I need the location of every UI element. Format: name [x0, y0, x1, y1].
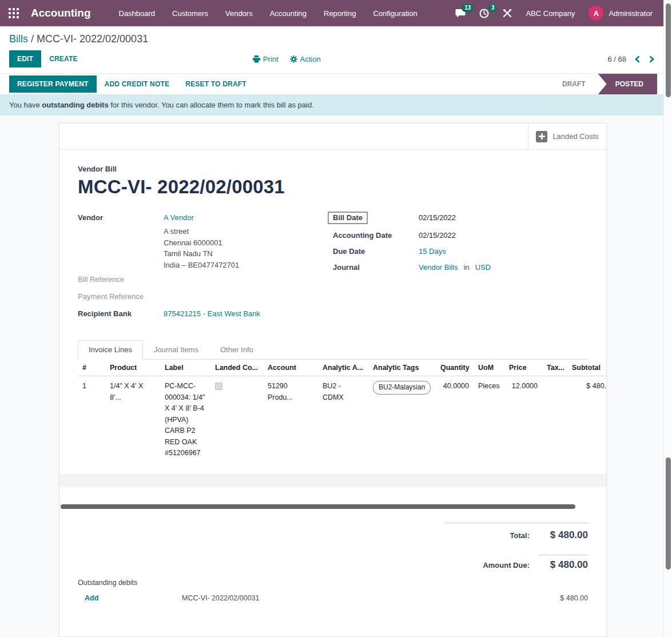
- action-menu[interactable]: Action: [290, 55, 321, 63]
- outstanding-debit-row: Add MCC-VI- 2022/02/00031 $ 480.00: [78, 594, 588, 602]
- company-switcher[interactable]: ABC Company: [520, 9, 584, 18]
- register-payment-button[interactable]: REGISTER PAYMENT: [9, 75, 97, 93]
- state-draft[interactable]: DRAFT: [550, 74, 598, 94]
- accounting-date-value: 02/15/2022: [419, 231, 456, 240]
- vendor-label: Vendor: [78, 213, 164, 222]
- nav-item-dashboard[interactable]: Dashboard: [110, 1, 164, 26]
- amount-due-label: Amount Due:: [483, 561, 530, 570]
- currency-link[interactable]: USD: [475, 263, 491, 272]
- col-label[interactable]: Label: [160, 360, 210, 376]
- document-title: MCC-VI- 2022/02/00031: [78, 176, 588, 198]
- alert-text-suffix: for this vendor. You can allocate them t…: [109, 101, 314, 109]
- outstanding-debits-alert: You have outstanding debits for this ven…: [0, 95, 672, 116]
- totals-block: Total: $ 480.00 Amount Due: $ 480.00: [445, 523, 588, 571]
- outstanding-debit-reference: MCC-VI- 2022/02/00031: [182, 594, 560, 602]
- col-product[interactable]: Product: [105, 360, 160, 376]
- vertical-scrollbar-thumb[interactable]: [666, 457, 671, 570]
- landed-costs-button[interactable]: Landed Costs: [528, 124, 606, 149]
- nav-item-configuration[interactable]: Configuration: [364, 1, 426, 26]
- activities-button[interactable]: 3: [474, 5, 495, 22]
- address-line: Chennai 6000001: [164, 237, 333, 249]
- col-quantity[interactable]: Quantity: [436, 360, 474, 376]
- field-group: Vendor A Vendor A street Chennai 6000001…: [78, 213, 588, 325]
- vertical-scrollbar-thumb[interactable]: [666, 3, 671, 97]
- col-account[interactable]: Account: [263, 360, 318, 376]
- col-landed-costs[interactable]: Landed Co...: [210, 360, 263, 376]
- cell-tax: [542, 376, 567, 464]
- bill-reference-label: Bill Reference: [78, 275, 164, 284]
- col-analytic-account[interactable]: Analytic A...: [318, 360, 368, 376]
- activities-badge: 3: [488, 4, 498, 12]
- statusbar: REGISTER PAYMENT ADD CREDIT NOTE RESET T…: [0, 74, 672, 95]
- col-subtotal[interactable]: Subtotal: [567, 360, 606, 376]
- cell-product: 1/4" X 4' X 8'...: [105, 376, 160, 464]
- journal-label: Journal: [333, 263, 419, 272]
- journal-link[interactable]: Vendor Bills: [419, 263, 458, 272]
- tools-button[interactable]: [497, 5, 518, 21]
- create-button[interactable]: CREATE: [41, 50, 86, 67]
- landed-costs-label: Landed Costs: [552, 132, 598, 141]
- address-line: Tamil Nadu TN: [164, 248, 333, 260]
- nav-item-reporting[interactable]: Reporting: [315, 1, 364, 26]
- user-menu[interactable]: A Administrator: [586, 6, 655, 21]
- cell-number: 1: [78, 376, 105, 464]
- nav-item-accounting[interactable]: Accounting: [261, 1, 315, 26]
- printer-icon: [253, 55, 260, 63]
- cell-analytic-account: BU2 - CDMX: [318, 376, 368, 464]
- state-posted[interactable]: POSTED: [598, 74, 657, 94]
- apps-grid-icon: [9, 8, 19, 18]
- pager-previous-button[interactable]: [634, 55, 641, 63]
- apps-menu-button[interactable]: [0, 0, 27, 26]
- vertical-scrollbar-track: [663, 0, 672, 637]
- address-line: A street: [164, 226, 333, 237]
- edit-button[interactable]: EDIT: [9, 50, 41, 67]
- breadcrumb: Bills / MCC-VI- 2022/02/00031: [0, 26, 672, 45]
- due-date-link[interactable]: 15 Days: [419, 247, 446, 256]
- total-value: $ 480.00: [539, 529, 588, 541]
- invoice-line-row[interactable]: 1 1/4" X 4' X 8'... PC-MCC-000034: 1/4" …: [78, 376, 606, 464]
- alert-text-bold: outstanding debits: [42, 101, 108, 109]
- messages-button[interactable]: 13: [450, 5, 471, 21]
- chevron-left-icon: [634, 55, 641, 63]
- col-number[interactable]: #: [78, 360, 105, 376]
- outstanding-debit-amount: $ 480.00: [560, 594, 588, 602]
- clock-icon: [479, 9, 489, 18]
- horizontal-scrollbar-thumb[interactable]: [61, 504, 575, 509]
- col-analytic-tags[interactable]: Analytic Tags: [368, 360, 436, 376]
- col-tax[interactable]: Tax...: [542, 360, 567, 376]
- nav-item-vendors[interactable]: Vendors: [217, 1, 261, 26]
- outstanding-debits-section: Outstanding debits Add MCC-VI- 2022/02/0…: [78, 579, 588, 602]
- tab-journal-items[interactable]: Journal Items: [143, 340, 209, 359]
- form-sheet: Landed Costs Vendor Bill MCC-VI- 2022/02…: [59, 123, 607, 637]
- pager-next-button[interactable]: [649, 55, 655, 63]
- total-label: Total:: [510, 531, 530, 540]
- notebook-tabs: Invoice Lines Journal Items Other Info: [78, 340, 588, 360]
- add-credit-note-button[interactable]: ADD CREDIT NOTE: [97, 75, 178, 93]
- user-name: Administrator: [609, 9, 653, 18]
- vendor-link[interactable]: A Vendor: [164, 213, 194, 222]
- tab-invoice-lines[interactable]: Invoice Lines: [78, 340, 143, 360]
- payment-reference-label: Payment Reference: [78, 292, 164, 301]
- user-avatar: A: [589, 6, 603, 21]
- print-menu[interactable]: Print: [253, 55, 279, 63]
- reset-to-draft-button[interactable]: RESET TO DRAFT: [177, 75, 255, 93]
- col-price[interactable]: Price: [504, 360, 542, 376]
- cell-price: 12.0000: [504, 376, 542, 464]
- add-outstanding-debit-link[interactable]: Add: [85, 594, 182, 602]
- invoice-lines-list: # Product Label Landed Co... Account Ana…: [78, 360, 606, 464]
- alert-text-prefix: You have: [9, 101, 42, 109]
- due-date-label: Due Date: [333, 247, 419, 256]
- pager-value[interactable]: 6 / 68: [607, 55, 626, 63]
- button-box: Landed Costs: [59, 124, 606, 150]
- nav-item-customers[interactable]: Customers: [164, 1, 217, 26]
- plus-icon: [536, 131, 547, 142]
- col-uom[interactable]: UoM: [474, 360, 504, 376]
- messages-badge: 13: [462, 4, 474, 12]
- cell-label: PC-MCC-000034: 1/4" X 4' X 8' B-4 (HPVA)…: [160, 376, 210, 464]
- app-title: Accounting: [31, 7, 91, 19]
- tab-other-info[interactable]: Other Info: [209, 340, 264, 359]
- accounting-date-label: Accounting Date: [333, 231, 419, 240]
- list-footer-stripe: [59, 474, 606, 487]
- recipient-bank-link[interactable]: 875421215 - East West Bank: [164, 309, 260, 318]
- breadcrumb-bills-link[interactable]: Bills: [9, 33, 28, 45]
